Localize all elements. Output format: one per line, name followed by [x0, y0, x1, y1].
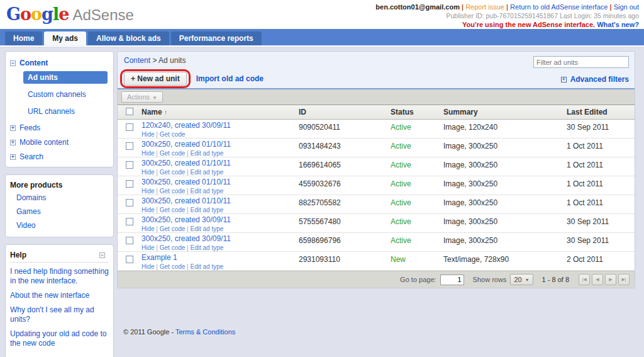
row-action-link[interactable]: Hide [142, 169, 155, 176]
row-action-link[interactable]: Hide [142, 150, 155, 157]
header-cell-last-edited[interactable]: Last Edited [567, 108, 635, 116]
filter-ad-units-input[interactable] [533, 56, 629, 68]
sidebar-feeds-label[interactable]: Feeds [19, 123, 40, 132]
row-checkbox[interactable] [126, 199, 133, 207]
help-header: Help − [10, 251, 109, 263]
table-header-row: Name ↑ ID Status Summary Last Edited [118, 105, 635, 120]
report-issue-link[interactable]: Report issue [465, 3, 504, 11]
help-link-ad-units[interactable]: Why don't I see all my ad units? [10, 305, 109, 324]
row-status-cell: Active [391, 214, 443, 232]
row-action-link[interactable]: Hide [142, 263, 155, 270]
tab-home[interactable]: Home [5, 31, 42, 45]
advanced-filters-toggle[interactable]: + Advanced filters [533, 75, 629, 84]
row-status-cell: Active [391, 233, 443, 251]
sidebar-item-games[interactable]: Games [16, 207, 109, 216]
sidebar-search-label[interactable]: Search [19, 152, 43, 161]
header-cell-name[interactable]: Name ↑ [142, 108, 299, 116]
row-action-link[interactable]: Edit ad type [190, 150, 223, 157]
row-action-link[interactable]: Edit ad type [190, 207, 223, 213]
collapse-icon[interactable]: − [10, 60, 16, 66]
expand-icon[interactable]: + [10, 125, 16, 131]
row-checkbox[interactable] [126, 123, 133, 131]
page-number-input[interactable] [440, 275, 464, 285]
tab-my-ads[interactable]: My ads [44, 31, 86, 45]
row-action-link[interactable]: Get code [160, 188, 186, 195]
row-action-link[interactable]: Edit ad type [190, 188, 223, 195]
ad-unit-name-link[interactable]: 300x250, created 30/09/11 [142, 235, 299, 243]
return-old-interface-link[interactable]: Return to old AdSense interface [510, 3, 608, 11]
expand-icon[interactable]: + [10, 140, 16, 145]
row-action-link[interactable]: Edit ad type [190, 244, 223, 251]
sidebar-item-feeds[interactable]: + Feeds [10, 123, 109, 132]
sidebar-item-content[interactable]: − Content [10, 59, 109, 67]
terms-conditions-link[interactable]: Terms & Conditions [175, 328, 235, 336]
row-id-cell: 5755567480 [299, 214, 391, 232]
select-all-checkbox[interactable] [126, 108, 133, 115]
ad-unit-name-link[interactable]: 120x240, created 30/09/11 [142, 122, 299, 130]
row-checkbox[interactable] [126, 237, 133, 244]
sidebar-item-domains[interactable]: Domains [16, 193, 109, 202]
sidebar-item-ad-units[interactable]: Ad units [23, 71, 108, 84]
previous-page-button[interactable]: ◀ [592, 274, 603, 285]
breadcrumb-content-link[interactable]: Content [124, 56, 150, 65]
row-checkbox[interactable] [126, 180, 133, 188]
sidebar-item-video[interactable]: Video [16, 221, 109, 230]
import-old-ad-code-link[interactable]: Import old ad code [196, 74, 264, 83]
ad-unit-name-link[interactable]: Example 1 [142, 254, 299, 262]
row-action-link[interactable]: Get code [160, 263, 186, 270]
next-page-button[interactable]: ▶ [605, 274, 616, 285]
last-page-button[interactable]: ▶| [618, 274, 630, 285]
row-action-link[interactable]: Hide [142, 207, 155, 213]
copyright-text: © 2011 Google - [123, 328, 174, 336]
content-region: − Content Ad units Custom channels URL c… [0, 48, 644, 357]
ad-unit-name-link[interactable]: 300x250, created 01/10/11 [142, 197, 299, 205]
minimize-icon[interactable]: − [99, 252, 105, 258]
first-page-button[interactable]: |◀ [579, 274, 590, 285]
row-action-link[interactable]: Hide [142, 131, 155, 138]
account-area: ben.cotton01@gmail.com | Report issue | … [375, 3, 639, 29]
help-link-finding[interactable]: I need help finding something in the new… [10, 267, 109, 286]
sidebar-item-custom-channels[interactable]: Custom channels [23, 88, 108, 101]
ad-unit-name-link[interactable]: 300x250, created 01/10/11 [142, 140, 299, 149]
expand-icon[interactable]: + [10, 154, 16, 160]
sign-out-link[interactable]: Sign out [614, 3, 639, 11]
row-action-link[interactable]: Edit ad type [190, 225, 223, 232]
row-action-link[interactable]: Edit ad type [190, 263, 223, 270]
sidebar-item-url-channels[interactable]: URL channels [23, 105, 108, 118]
ad-unit-name-link[interactable]: 300x250, created 01/10/11 [142, 159, 299, 167]
tab-allow-block-ads[interactable]: Allow & block ads [88, 31, 169, 45]
row-action-link[interactable]: Get code [160, 131, 186, 138]
help-link-updating-code[interactable]: Updating your old ad code to the new cod… [10, 329, 109, 348]
tab-performance-reports[interactable]: Performance reports [171, 31, 262, 45]
actions-dropdown-button[interactable]: Actions▼ [121, 91, 163, 103]
row-name-cell: 300x250, created 30/09/11 Hide | Get cod… [142, 233, 299, 251]
header-cell-status[interactable]: Status [391, 108, 443, 116]
row-action-link[interactable]: Edit ad type [190, 169, 223, 176]
help-link-about[interactable]: About the new interface [10, 291, 109, 300]
row-checkbox[interactable] [126, 256, 133, 263]
row-action-link[interactable]: Get code [160, 244, 186, 251]
row-action-link[interactable]: Get code [160, 225, 186, 232]
row-last-edited-cell: 1 Oct 2011 [567, 157, 635, 176]
header-cell-summary[interactable]: Summary [443, 108, 567, 116]
sidebar-content-label[interactable]: Content [19, 59, 48, 67]
row-checkbox[interactable] [126, 161, 133, 169]
sidebar-item-mobile-content[interactable]: + Mobile content [10, 138, 109, 147]
row-action-link[interactable]: Get code [160, 207, 186, 213]
row-action-link[interactable]: Hide [142, 244, 155, 251]
show-rows-dropdown[interactable]: 20▼ [510, 274, 533, 285]
ad-unit-name-link[interactable]: 300x250, created 01/10/11 [142, 178, 299, 186]
row-action-link[interactable]: Get code [160, 169, 186, 176]
row-checkbox[interactable] [126, 142, 133, 150]
row-action-link[interactable]: Hide [142, 188, 155, 195]
new-interface-notice: You're using the new AdSense interface. [462, 21, 595, 28]
new-ad-unit-button[interactable]: + New ad unit [124, 72, 187, 86]
header-cell-id[interactable]: ID [299, 108, 391, 116]
row-action-link[interactable]: Hide [142, 225, 155, 232]
ad-unit-name-link[interactable]: 300x250, created 30/09/11 [142, 216, 299, 224]
sidebar-item-search[interactable]: + Search [10, 152, 109, 161]
sidebar-mobile-content-label[interactable]: Mobile content [19, 138, 69, 147]
whats-new-link[interactable]: What's new? [597, 21, 639, 28]
row-checkbox[interactable] [126, 218, 133, 225]
row-action-link[interactable]: Get code [160, 150, 186, 157]
